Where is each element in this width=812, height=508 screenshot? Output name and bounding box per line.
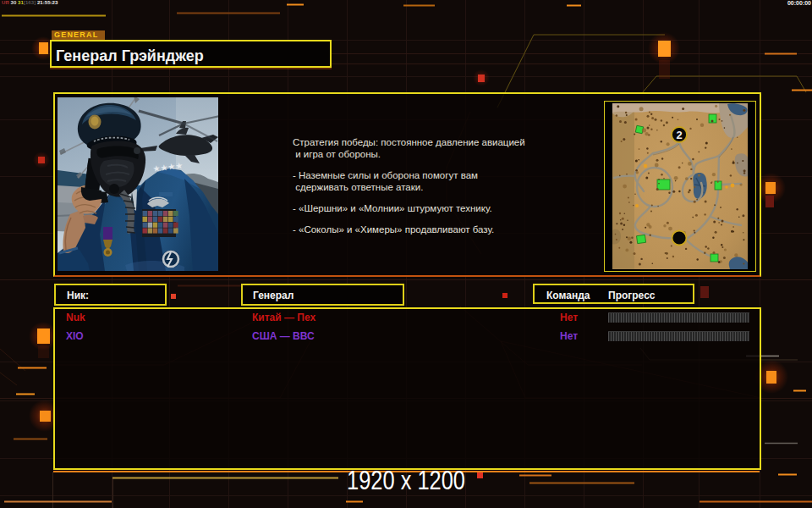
svg-text:2: 2 (676, 129, 682, 141)
